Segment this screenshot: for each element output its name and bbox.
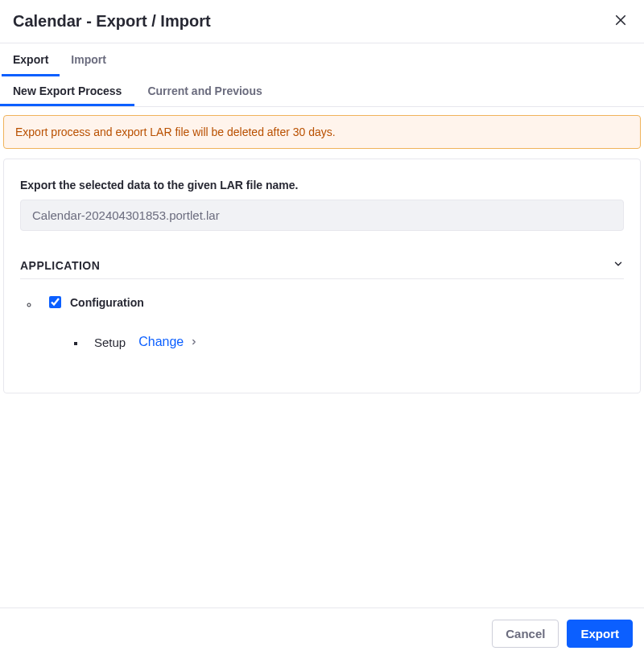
list-item: Configuration Setup Change (39, 294, 624, 349)
configuration-label: Configuration (70, 296, 144, 309)
configuration-checkbox[interactable] (49, 296, 61, 308)
chevron-right-icon (190, 335, 198, 349)
modal-header: Calendar - Export / Import (0, 0, 644, 43)
application-section: APPLICATION Configuration (20, 258, 624, 349)
application-section-header[interactable]: APPLICATION (20, 258, 624, 279)
change-link-label: Change (138, 335, 184, 349)
panel-heading: Export the selected data to the given LA… (20, 179, 624, 192)
lar-filename-input[interactable] (20, 200, 624, 231)
modal-footer: Cancel Export (0, 608, 644, 659)
chevron-down-icon (613, 258, 624, 272)
change-link[interactable]: Change (138, 335, 198, 349)
list-item: Setup Change (86, 335, 624, 349)
setup-label: Setup (94, 336, 126, 349)
subtab-new-export-process[interactable]: New Export Process (0, 76, 134, 106)
application-section-title: APPLICATION (20, 259, 100, 272)
close-icon (613, 13, 628, 30)
alert-message: Export process and export LAR file will … (15, 126, 336, 138)
warning-alert: Export process and export LAR file will … (3, 115, 641, 149)
setup-list: Setup Change (54, 335, 624, 349)
primary-tabs: Export Import (0, 43, 644, 76)
content-area: Export process and export LAR file will … (0, 107, 644, 608)
export-button[interactable]: Export (567, 620, 633, 648)
close-button[interactable] (610, 10, 631, 33)
tab-import[interactable]: Import (60, 43, 118, 76)
sub-tabs: New Export Process Current and Previous (0, 76, 644, 107)
setup-row: Setup Change (94, 335, 624, 349)
configuration-list: Configuration Setup Change (20, 294, 624, 349)
tab-export[interactable]: Export (2, 43, 60, 76)
modal-title: Calendar - Export / Import (13, 12, 211, 31)
configuration-row: Configuration (46, 294, 624, 311)
subtab-current-previous[interactable]: Current and Previous (134, 76, 275, 106)
export-panel: Export the selected data to the given LA… (3, 159, 641, 393)
cancel-button[interactable]: Cancel (492, 620, 559, 648)
